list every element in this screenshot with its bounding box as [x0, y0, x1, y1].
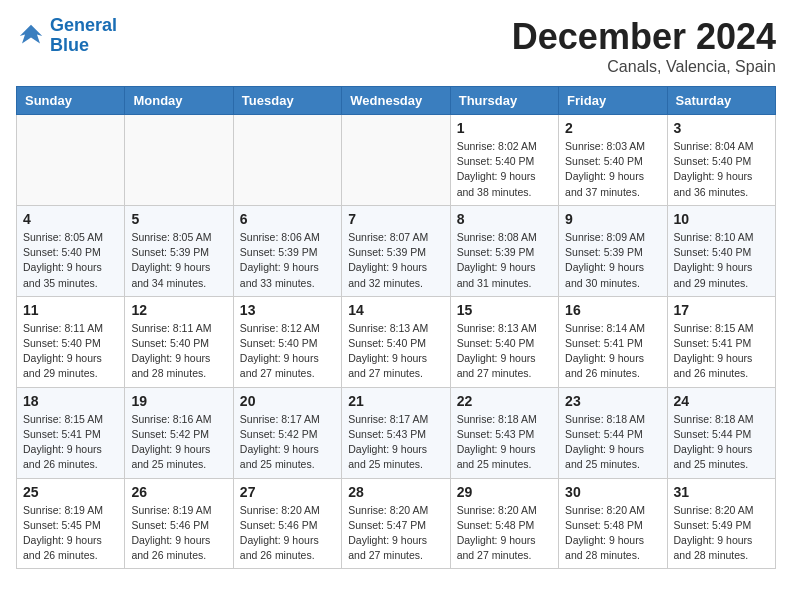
day-number: 22 — [457, 393, 552, 409]
day-cell-9: 9 Sunrise: 8:09 AM Sunset: 5:39 PM Dayli… — [559, 205, 667, 296]
day-info: Sunrise: 8:17 AM Sunset: 5:43 PM Dayligh… — [348, 412, 443, 473]
day-cell-15: 15 Sunrise: 8:13 AM Sunset: 5:40 PM Dayl… — [450, 296, 558, 387]
day-number: 26 — [131, 484, 226, 500]
empty-cell — [125, 115, 233, 206]
day-cell-19: 19 Sunrise: 8:16 AM Sunset: 5:42 PM Dayl… — [125, 387, 233, 478]
day-cell-17: 17 Sunrise: 8:15 AM Sunset: 5:41 PM Dayl… — [667, 296, 775, 387]
title-block: December 2024 Canals, Valencia, Spain — [512, 16, 776, 76]
month-title: December 2024 — [512, 16, 776, 58]
day-info: Sunrise: 8:20 AM Sunset: 5:48 PM Dayligh… — [565, 503, 660, 564]
day-number: 7 — [348, 211, 443, 227]
page-header: General Blue December 2024 Canals, Valen… — [16, 16, 776, 76]
day-info: Sunrise: 8:03 AM Sunset: 5:40 PM Dayligh… — [565, 139, 660, 200]
logo-text: General Blue — [50, 16, 117, 56]
day-number: 9 — [565, 211, 660, 227]
calendar-week-row: 25 Sunrise: 8:19 AM Sunset: 5:45 PM Dayl… — [17, 478, 776, 569]
day-number: 23 — [565, 393, 660, 409]
day-info: Sunrise: 8:15 AM Sunset: 5:41 PM Dayligh… — [674, 321, 769, 382]
day-cell-6: 6 Sunrise: 8:06 AM Sunset: 5:39 PM Dayli… — [233, 205, 341, 296]
day-info: Sunrise: 8:14 AM Sunset: 5:41 PM Dayligh… — [565, 321, 660, 382]
day-number: 12 — [131, 302, 226, 318]
calendar-header-row: Sunday Monday Tuesday Wednesday Thursday… — [17, 87, 776, 115]
day-cell-24: 24 Sunrise: 8:18 AM Sunset: 5:44 PM Dayl… — [667, 387, 775, 478]
day-cell-11: 11 Sunrise: 8:11 AM Sunset: 5:40 PM Dayl… — [17, 296, 125, 387]
day-number: 11 — [23, 302, 118, 318]
day-cell-20: 20 Sunrise: 8:17 AM Sunset: 5:42 PM Dayl… — [233, 387, 341, 478]
day-cell-30: 30 Sunrise: 8:20 AM Sunset: 5:48 PM Dayl… — [559, 478, 667, 569]
day-number: 29 — [457, 484, 552, 500]
day-cell-22: 22 Sunrise: 8:18 AM Sunset: 5:43 PM Dayl… — [450, 387, 558, 478]
day-cell-31: 31 Sunrise: 8:20 AM Sunset: 5:49 PM Dayl… — [667, 478, 775, 569]
day-number: 27 — [240, 484, 335, 500]
header-tuesday: Tuesday — [233, 87, 341, 115]
day-info: Sunrise: 8:18 AM Sunset: 5:44 PM Dayligh… — [674, 412, 769, 473]
day-cell-14: 14 Sunrise: 8:13 AM Sunset: 5:40 PM Dayl… — [342, 296, 450, 387]
calendar-week-row: 4 Sunrise: 8:05 AM Sunset: 5:40 PM Dayli… — [17, 205, 776, 296]
day-info: Sunrise: 8:13 AM Sunset: 5:40 PM Dayligh… — [457, 321, 552, 382]
day-number: 24 — [674, 393, 769, 409]
day-number: 6 — [240, 211, 335, 227]
day-info: Sunrise: 8:02 AM Sunset: 5:40 PM Dayligh… — [457, 139, 552, 200]
day-number: 8 — [457, 211, 552, 227]
day-cell-3: 3 Sunrise: 8:04 AM Sunset: 5:40 PM Dayli… — [667, 115, 775, 206]
day-info: Sunrise: 8:11 AM Sunset: 5:40 PM Dayligh… — [131, 321, 226, 382]
day-number: 31 — [674, 484, 769, 500]
calendar-week-row: 18 Sunrise: 8:15 AM Sunset: 5:41 PM Dayl… — [17, 387, 776, 478]
day-cell-1: 1 Sunrise: 8:02 AM Sunset: 5:40 PM Dayli… — [450, 115, 558, 206]
day-info: Sunrise: 8:20 AM Sunset: 5:46 PM Dayligh… — [240, 503, 335, 564]
day-info: Sunrise: 8:11 AM Sunset: 5:40 PM Dayligh… — [23, 321, 118, 382]
day-number: 1 — [457, 120, 552, 136]
day-info: Sunrise: 8:13 AM Sunset: 5:40 PM Dayligh… — [348, 321, 443, 382]
day-number: 14 — [348, 302, 443, 318]
day-info: Sunrise: 8:16 AM Sunset: 5:42 PM Dayligh… — [131, 412, 226, 473]
empty-cell — [342, 115, 450, 206]
logo: General Blue — [16, 16, 117, 56]
day-number: 19 — [131, 393, 226, 409]
day-number: 3 — [674, 120, 769, 136]
day-cell-12: 12 Sunrise: 8:11 AM Sunset: 5:40 PM Dayl… — [125, 296, 233, 387]
day-cell-21: 21 Sunrise: 8:17 AM Sunset: 5:43 PM Dayl… — [342, 387, 450, 478]
day-cell-26: 26 Sunrise: 8:19 AM Sunset: 5:46 PM Dayl… — [125, 478, 233, 569]
day-number: 2 — [565, 120, 660, 136]
day-info: Sunrise: 8:19 AM Sunset: 5:46 PM Dayligh… — [131, 503, 226, 564]
day-number: 15 — [457, 302, 552, 318]
day-cell-27: 27 Sunrise: 8:20 AM Sunset: 5:46 PM Dayl… — [233, 478, 341, 569]
calendar-week-row: 11 Sunrise: 8:11 AM Sunset: 5:40 PM Dayl… — [17, 296, 776, 387]
day-number: 25 — [23, 484, 118, 500]
empty-cell — [233, 115, 341, 206]
header-monday: Monday — [125, 87, 233, 115]
day-cell-28: 28 Sunrise: 8:20 AM Sunset: 5:47 PM Dayl… — [342, 478, 450, 569]
calendar-table: Sunday Monday Tuesday Wednesday Thursday… — [16, 86, 776, 569]
day-number: 17 — [674, 302, 769, 318]
day-info: Sunrise: 8:06 AM Sunset: 5:39 PM Dayligh… — [240, 230, 335, 291]
day-info: Sunrise: 8:07 AM Sunset: 5:39 PM Dayligh… — [348, 230, 443, 291]
header-wednesday: Wednesday — [342, 87, 450, 115]
header-sunday: Sunday — [17, 87, 125, 115]
location: Canals, Valencia, Spain — [512, 58, 776, 76]
day-info: Sunrise: 8:15 AM Sunset: 5:41 PM Dayligh… — [23, 412, 118, 473]
day-cell-29: 29 Sunrise: 8:20 AM Sunset: 5:48 PM Dayl… — [450, 478, 558, 569]
day-cell-13: 13 Sunrise: 8:12 AM Sunset: 5:40 PM Dayl… — [233, 296, 341, 387]
header-friday: Friday — [559, 87, 667, 115]
day-number: 13 — [240, 302, 335, 318]
day-number: 10 — [674, 211, 769, 227]
day-number: 30 — [565, 484, 660, 500]
day-cell-18: 18 Sunrise: 8:15 AM Sunset: 5:41 PM Dayl… — [17, 387, 125, 478]
day-cell-23: 23 Sunrise: 8:18 AM Sunset: 5:44 PM Dayl… — [559, 387, 667, 478]
day-info: Sunrise: 8:20 AM Sunset: 5:48 PM Dayligh… — [457, 503, 552, 564]
day-info: Sunrise: 8:05 AM Sunset: 5:39 PM Dayligh… — [131, 230, 226, 291]
day-info: Sunrise: 8:12 AM Sunset: 5:40 PM Dayligh… — [240, 321, 335, 382]
day-info: Sunrise: 8:20 AM Sunset: 5:47 PM Dayligh… — [348, 503, 443, 564]
day-cell-16: 16 Sunrise: 8:14 AM Sunset: 5:41 PM Dayl… — [559, 296, 667, 387]
day-cell-25: 25 Sunrise: 8:19 AM Sunset: 5:45 PM Dayl… — [17, 478, 125, 569]
day-info: Sunrise: 8:09 AM Sunset: 5:39 PM Dayligh… — [565, 230, 660, 291]
day-info: Sunrise: 8:20 AM Sunset: 5:49 PM Dayligh… — [674, 503, 769, 564]
day-number: 5 — [131, 211, 226, 227]
day-cell-7: 7 Sunrise: 8:07 AM Sunset: 5:39 PM Dayli… — [342, 205, 450, 296]
day-number: 21 — [348, 393, 443, 409]
day-number: 18 — [23, 393, 118, 409]
empty-cell — [17, 115, 125, 206]
day-info: Sunrise: 8:08 AM Sunset: 5:39 PM Dayligh… — [457, 230, 552, 291]
day-number: 28 — [348, 484, 443, 500]
day-info: Sunrise: 8:04 AM Sunset: 5:40 PM Dayligh… — [674, 139, 769, 200]
